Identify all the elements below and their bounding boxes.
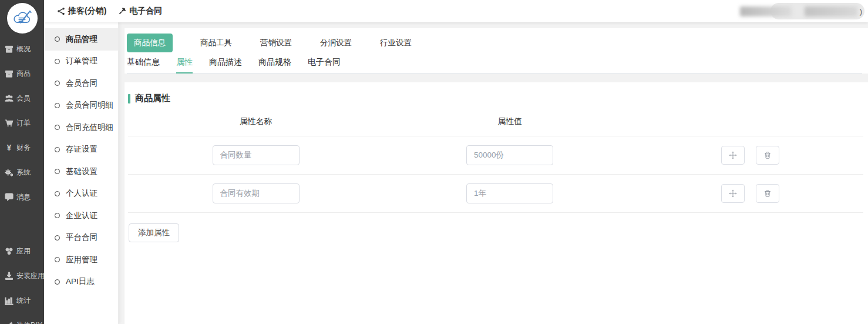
circle-bullet-icon	[55, 59, 60, 64]
circle-bullet-icon	[55, 147, 60, 152]
sidebar-item-overview[interactable]: 概况	[0, 36, 44, 61]
submenu-item-evidence-settings[interactable]: 存证设置	[44, 139, 118, 161]
sidebar-item-apps[interactable]: 应用	[0, 239, 44, 263]
submenu-item-label: 订单管理	[66, 56, 97, 66]
submenu-item-api-log[interactable]: API日志	[44, 271, 118, 293]
topnav-tab-distribution[interactable]: 推客(分销)	[57, 6, 106, 16]
sidebar-item-label: 商品	[16, 69, 31, 79]
submenu-item-label: 企业认证	[66, 211, 97, 221]
sidebar-item-label: 财务	[16, 143, 31, 153]
sidebar-item-messages[interactable]: 消息	[0, 185, 44, 209]
install-icon	[5, 272, 14, 280]
submenu-item-order-manage[interactable]: 订单管理	[44, 51, 118, 73]
move-icon	[729, 151, 737, 159]
attr-name-header: 属性名称	[240, 116, 272, 127]
sidebar-item-statistics[interactable]: 统计	[0, 288, 44, 313]
submenu-item-app-manage[interactable]: 应用管理	[44, 249, 118, 271]
subtab-goods-spec[interactable]: 商品规格	[258, 57, 291, 74]
app-logo[interactable]	[0, 0, 44, 36]
submenu-item-label: 会员合同明细	[66, 100, 113, 111]
tab-marketing-settings[interactable]: 营销设置	[260, 38, 292, 48]
section-title-text: 商品属性	[135, 93, 170, 104]
main-content: 商品信息 商品工具 营销设置 分润设置 行业设置 基础信息 属性 商品描述 商品…	[119, 22, 868, 324]
redacted-user-text	[740, 6, 792, 16]
cloud-pen-logo-icon	[11, 7, 33, 29]
attr-value-input[interactable]	[466, 145, 553, 165]
circle-bullet-icon	[55, 213, 60, 218]
submenu-item-label: 基础设置	[66, 166, 97, 177]
attr-value-input[interactable]	[466, 183, 553, 203]
submenu-item-member-contract-detail[interactable]: 会员合同明细	[44, 95, 118, 117]
sidebar-item-label: 统计	[16, 296, 31, 306]
section-accent-bar	[128, 94, 130, 103]
subtab-attributes[interactable]: 属性	[176, 57, 193, 74]
sidebar-item-members[interactable]: 会员	[0, 86, 44, 111]
tab-profit-settings[interactable]: 分润设置	[319, 38, 352, 48]
system-icon	[5, 168, 14, 177]
circle-bullet-icon	[55, 235, 60, 241]
subtab-econtract[interactable]: 电子合同	[308, 57, 341, 74]
tab-goods-info[interactable]: 商品信息	[127, 34, 173, 52]
submenu-item-member-contract[interactable]: 会员合同	[44, 72, 118, 95]
submenu-item-personal-auth[interactable]: 个人认证	[44, 183, 118, 205]
submenu-item-label: 个人认证	[66, 188, 97, 199]
circle-bullet-icon	[55, 257, 60, 262]
tab-industry-settings[interactable]: 行业设置	[379, 38, 412, 48]
circle-bullet-icon	[55, 103, 60, 108]
row-actions	[721, 146, 779, 165]
sidebar-item-orders[interactable]: 订单	[0, 111, 44, 135]
sidebar-item-diy[interactable]: 装修DIY	[0, 313, 44, 324]
sidebar-item-install-apps[interactable]: 安装应用	[0, 263, 44, 288]
attr-name-input[interactable]	[213, 183, 300, 203]
move-row-button[interactable]	[721, 184, 745, 203]
subtab-basic-info[interactable]: 基础信息	[127, 57, 160, 74]
submenu-item-enterprise-auth[interactable]: 企业认证	[44, 205, 118, 227]
circle-bullet-icon	[55, 169, 60, 174]
submenu-item-platform-contract[interactable]: 平台合同	[44, 227, 118, 249]
sidebar-item-finance[interactable]: ¥ 财务	[0, 135, 44, 160]
sub-tabs: 基础信息 属性 商品描述 商品规格 电子合同	[127, 57, 862, 74]
sidebar-item-label: 订单	[16, 118, 31, 128]
share-icon	[57, 7, 65, 15]
sidebar-item-label: 消息	[16, 192, 31, 202]
gavel-icon	[118, 7, 126, 15]
tab-goods-tools[interactable]: 商品工具	[200, 38, 233, 48]
delete-row-button[interactable]	[756, 184, 779, 203]
circle-bullet-icon	[55, 81, 60, 86]
subtab-goods-description[interactable]: 商品描述	[209, 57, 242, 74]
submenu-item-label: API日志	[66, 276, 95, 287]
user-account-area[interactable]: )	[740, 2, 862, 20]
circle-bullet-icon	[55, 279, 60, 285]
user-text-suffix: )	[860, 7, 862, 16]
circle-bullet-icon	[55, 36, 60, 42]
move-row-button[interactable]	[721, 146, 745, 165]
diy-icon	[5, 321, 14, 324]
redacted-user-text	[805, 6, 857, 16]
sidebar-item-label: 会员	[16, 93, 31, 103]
message-icon	[5, 193, 14, 202]
sidebar-item-goods[interactable]: 商品	[0, 61, 44, 86]
topbar-nav: 推客(分销) 电子合同	[44, 6, 162, 16]
submenu-item-contract-recharge-detail[interactable]: 合同充值明细	[44, 116, 118, 139]
attr-table-header: 属性名称 属性值	[128, 108, 863, 136]
sidebar-item-label: 系统	[16, 168, 31, 178]
submenu-item-label: 合同充值明细	[66, 122, 113, 133]
attr-value-header: 属性值	[497, 116, 522, 127]
add-attribute-button[interactable]: 添加属性	[129, 223, 179, 242]
circle-bullet-icon	[55, 125, 60, 130]
attr-table-row	[128, 175, 863, 213]
topnav-tab-label: 推客(分销)	[68, 6, 106, 16]
finance-icon: ¥	[5, 143, 14, 152]
trash-icon	[763, 151, 772, 159]
stats-icon	[5, 296, 14, 305]
submenu-item-goods-manage[interactable]: 商品管理	[44, 28, 118, 51]
attr-name-input[interactable]	[213, 145, 300, 165]
delete-row-button[interactable]	[756, 146, 779, 165]
move-icon	[729, 189, 737, 198]
secondary-menu: 商品管理 订单管理 会员合同 会员合同明细 合同充值明细 存证设置 基础设置 个…	[44, 22, 119, 324]
main-tabs: 商品信息 商品工具 营销设置 分润设置 行业设置	[127, 34, 862, 52]
topnav-tab-econtract[interactable]: 电子合同	[118, 6, 162, 16]
attributes-card: 商品属性 属性名称 属性值	[125, 82, 868, 324]
submenu-item-basic-settings[interactable]: 基础设置	[44, 161, 118, 183]
sidebar-item-system[interactable]: 系统	[0, 160, 44, 185]
